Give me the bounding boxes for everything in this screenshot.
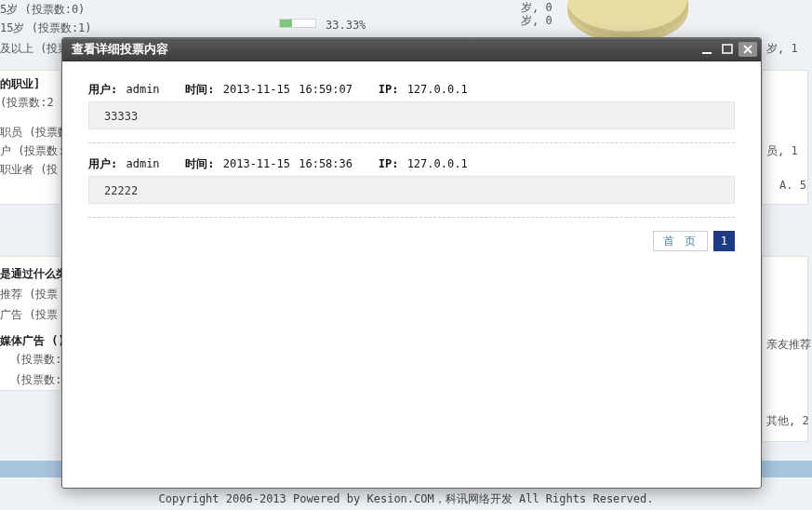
user-label: 用户: <box>88 83 117 96</box>
vote-entry: 用户: admin 时间: 2013-11-15 16:58:36 IP: 12… <box>88 156 735 204</box>
minimize-button[interactable] <box>698 42 716 57</box>
pager-home-link[interactable]: 首 页 <box>653 231 708 251</box>
entry-meta: 用户: admin 时间: 2013-11-15 16:59:07 IP: 12… <box>88 82 735 98</box>
ip-label: IP: <box>379 83 399 96</box>
separator <box>88 217 735 218</box>
time-label: 时间: <box>185 83 214 96</box>
dialog-body: 用户: admin 时间: 2013-11-15 16:59:07 IP: 12… <box>62 61 761 488</box>
svg-rect-0 <box>702 52 712 54</box>
time-value: 2013-11-15 16:58:36 <box>223 157 353 170</box>
ip-value: 127.0.0.1 <box>407 83 468 96</box>
user-value: admin <box>126 157 159 170</box>
time-value: 2013-11-15 16:59:07 <box>223 83 353 96</box>
vote-entry: 用户: admin 时间: 2013-11-15 16:59:07 IP: 12… <box>88 82 735 129</box>
dialog-title: 查看详细投票内容 <box>72 41 696 58</box>
separator <box>88 142 735 143</box>
vote-detail-dialog: 查看详细投票内容 用户: admin 时间: 2013-11-15 16:59:… <box>61 37 762 489</box>
pager-current-page[interactable]: 1 <box>713 231 735 251</box>
svg-rect-1 <box>723 45 732 53</box>
close-button[interactable] <box>739 42 757 57</box>
maximize-button[interactable] <box>718 42 737 57</box>
entry-content: 22222 <box>88 176 735 204</box>
time-label: 时间: <box>185 157 214 170</box>
entry-content: 33333 <box>88 101 735 129</box>
entry-meta: 用户: admin 时间: 2013-11-15 16:58:36 IP: 12… <box>88 156 735 172</box>
ip-value: 127.0.0.1 <box>407 157 468 170</box>
ip-label: IP: <box>379 157 399 170</box>
user-label: 用户: <box>88 157 117 170</box>
pager: 首 页 1 <box>88 231 735 251</box>
dialog-titlebar[interactable]: 查看详细投票内容 <box>62 38 761 61</box>
user-value: admin <box>126 83 159 96</box>
